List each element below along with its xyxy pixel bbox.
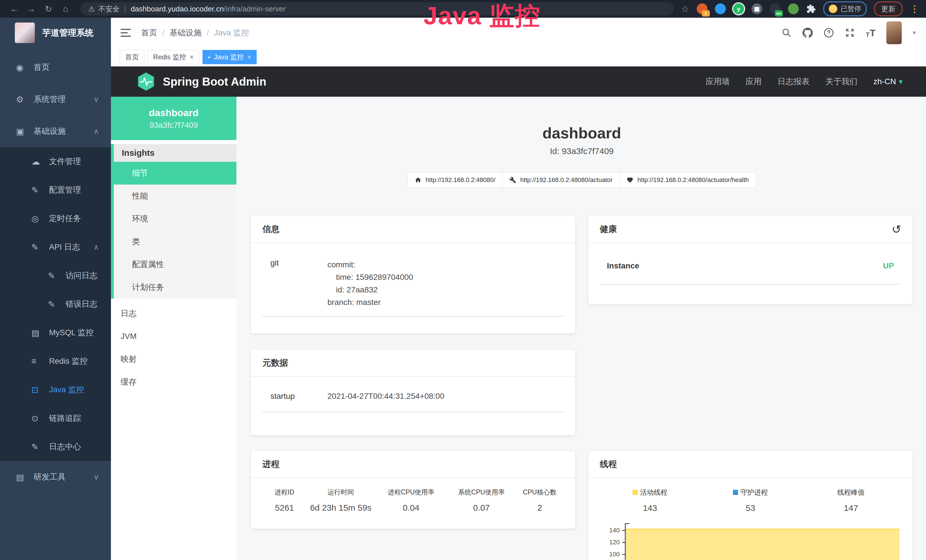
browser-back-icon[interactable]: ← — [7, 4, 22, 14]
font-size-icon[interactable]: TT — [866, 27, 876, 38]
instance-menu-item[interactable]: 缓存 — [111, 371, 236, 394]
sba-nav-link[interactable]: 应用 — [746, 76, 762, 87]
sidebar-item[interactable]: ✎ 配置管理 — [0, 176, 111, 204]
instance-menu-item[interactable]: 类 — [114, 230, 236, 253]
sba-nav-link[interactable]: 应用墙 — [706, 76, 730, 87]
browser-extension-icon[interactable]: y — [733, 3, 744, 14]
instance-menu-item[interactable]: 环境 — [114, 207, 236, 230]
sba-nav-link[interactable]: 关于我们 — [826, 76, 858, 87]
close-icon[interactable]: × — [247, 53, 251, 61]
locale-select[interactable]: zh-CN ▾ — [873, 77, 903, 86]
sidebar-item[interactable]: ✎ API 日志 ∧ — [0, 233, 111, 261]
security-label[interactable]: 不安全 — [98, 4, 120, 14]
screenshot-annotation: Java 监控 — [424, 0, 540, 33]
locale-label: zh-CN — [873, 77, 896, 86]
legend-label: 线程峰值 — [837, 488, 865, 497]
sidebar-item[interactable]: ✎ 错误日志 — [0, 290, 111, 318]
service-url: http://192.168.0.2:48080/ — [425, 176, 495, 184]
instance-links: http://192.168.0.2:48080/ http://192.168… — [251, 172, 912, 188]
sidebar-item[interactable]: ▤ 研发工具 ∨ — [0, 461, 111, 493]
sidebar-item[interactable]: ✎ 访问日志 — [0, 261, 111, 290]
row-divider — [262, 316, 564, 317]
card-title: 健康 — [600, 223, 617, 235]
sidebar-item[interactable]: ◉ 首页 — [0, 51, 111, 83]
hamburger-icon[interactable] — [121, 29, 131, 37]
card-title: 线程 — [600, 459, 617, 470]
process-column: 运行时间 6d 23h 15m 59s — [307, 488, 375, 513]
sba-nav-link[interactable]: 日志报表 — [778, 76, 809, 87]
browser-extension-icon[interactable]: 1 — [697, 3, 708, 14]
browser-forward-icon[interactable]: → — [24, 4, 39, 14]
help-icon[interactable] — [824, 28, 834, 38]
close-icon[interactable]: × — [190, 53, 194, 61]
fullscreen-icon[interactable] — [845, 28, 855, 38]
instance-menu-item[interactable]: 映射 — [111, 348, 236, 371]
sidebar-item[interactable]: ▣ 基础设施 ∧ — [0, 115, 111, 147]
browser-menu-icon[interactable]: ⋮ — [910, 3, 919, 14]
row-label: git — [262, 259, 327, 309]
legend-label: 守护进程 — [740, 488, 768, 497]
instance-menu-item[interactable]: 日志 — [111, 302, 236, 325]
caret-down-icon[interactable]: ▾ — [912, 29, 916, 36]
row-divider — [262, 412, 564, 412]
history-icon[interactable]: ↺ — [891, 224, 901, 235]
value-line: id: 27aa832 — [327, 283, 413, 296]
instance-header: dashboard 93a3fc7f7409 — [111, 97, 236, 140]
legend-label: 活动线程 — [640, 488, 667, 497]
sidebar-item[interactable]: ≡ Redis 监控 — [0, 347, 111, 375]
active-threads-area-series — [626, 529, 899, 560]
sidebar-item[interactable]: ⊡ Java 监控 — [0, 375, 111, 404]
sba-logo-icon[interactable] — [136, 72, 156, 91]
breadcrumb-item[interactable]: 基础设施 — [170, 27, 202, 38]
breadcrumb-item[interactable]: 首页 — [141, 27, 157, 38]
breadcrumb-item[interactable]: Java 监控 — [214, 27, 249, 38]
browser-update-button[interactable]: 更新 — [874, 2, 903, 16]
browser-extension-icon[interactable] — [788, 3, 799, 14]
metadata-card: 元数据 startup 2021-04-27T00:44:31.254+08:0… — [251, 350, 575, 435]
profile-paused-chip[interactable]: 已暂停 — [823, 2, 867, 16]
address-bar[interactable]: ⚠ 不安全 | dashboard.yudao.iocoder.cn /infr… — [80, 2, 673, 15]
instance-menu-item[interactable]: 计划任务 — [114, 276, 236, 299]
search-icon[interactable] — [781, 28, 792, 38]
instance-menu-item[interactable]: JVM — [111, 325, 236, 348]
tag-view[interactable]: Redis 监控 × — [148, 50, 199, 64]
health-row-label: Instance — [607, 261, 639, 271]
sba-brand[interactable]: Spring Boot Admin — [163, 75, 266, 88]
instance-menu-item[interactable]: 细节 — [114, 162, 236, 185]
extensions-puzzle-icon[interactable] — [806, 4, 816, 14]
github-icon[interactable] — [802, 28, 813, 38]
instance-menu-item[interactable]: 配置属性 — [114, 253, 236, 276]
left-card-stack: 信息 git commit: — [251, 216, 575, 435]
app-logo[interactable]: 芋道管理系统 — [0, 18, 111, 48]
sidebar-item-label: 文件管理 — [49, 156, 81, 167]
browser-home-icon[interactable]: ⌂ — [58, 4, 73, 14]
bookmark-star-icon[interactable]: ☆ — [681, 3, 689, 14]
sidebar-item[interactable]: ✎ 日志中心 — [0, 433, 111, 461]
health-link-button[interactable]: http://192.168.0.2:48080/actuator/health — [619, 172, 756, 188]
browser-extension-icon[interactable]: on — [770, 3, 781, 14]
sidebar-item[interactable]: ⚙ 系统管理 ∨ — [0, 83, 111, 115]
tag-view[interactable]: 首页 — [120, 50, 144, 64]
sidebar-item[interactable]: ▤ MySQL 监控 — [0, 318, 111, 347]
sidebar-item[interactable]: ◎ 定时任务 — [0, 204, 111, 233]
actuator-link-button[interactable]: http://192.168.0.2:48080/actuator — [502, 172, 620, 188]
sidebar-item[interactable]: ⊙ 链路追踪 — [0, 404, 111, 433]
threads-card: 线程 活动线 — [589, 451, 912, 560]
browser-extension-icon[interactable]: ▦ — [752, 3, 762, 14]
browser-reload-icon[interactable]: ↻ — [41, 4, 56, 14]
user-avatar[interactable] — [887, 21, 902, 44]
sidebar-item-icon: ▤ — [31, 328, 45, 338]
sba-body: dashboard 93a3fc7f7409 Insights 细节 性能 — [111, 97, 926, 560]
tag-label: 首页 — [125, 53, 139, 62]
home-link-button[interactable]: http://192.168.0.2:48080/ — [407, 172, 502, 188]
tag-view[interactable]: ● Java 监控 × — [203, 50, 257, 64]
url-path: /infra/admin-server — [224, 5, 286, 14]
browser-extension-icon[interactable] — [715, 3, 726, 14]
actuator-url: http://192.168.0.2:48080/actuator — [520, 176, 613, 184]
sidebar-item[interactable]: ☁ 文件管理 — [0, 147, 111, 176]
y-tick-mark — [622, 530, 626, 531]
sidebar-item-label: 系统管理 — [34, 94, 66, 105]
sba-nav: 应用墙 应用 日志报表 关于我们 zh-CN ▾ — [706, 76, 903, 87]
instance-menu-item[interactable]: 性能 — [114, 185, 236, 207]
sidebar-item-label: 基础设施 — [34, 126, 66, 137]
